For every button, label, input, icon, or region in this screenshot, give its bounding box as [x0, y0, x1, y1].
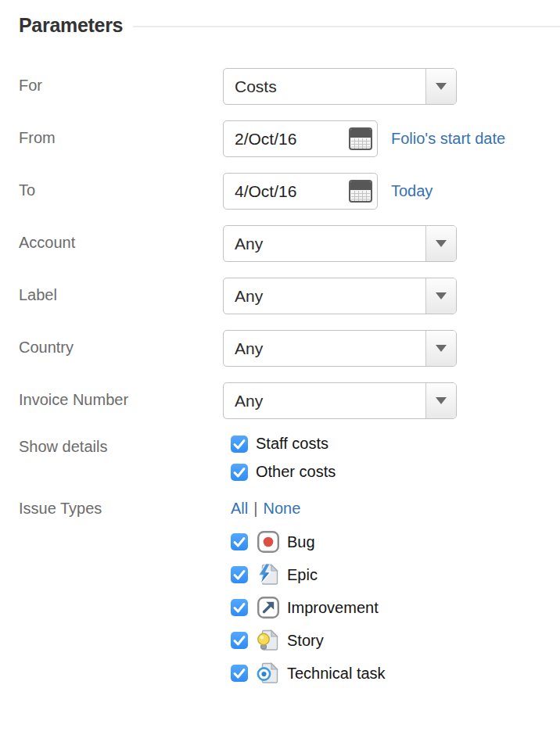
- issue-types-label: Issue Types: [19, 493, 223, 518]
- chevron-down-icon: [436, 292, 447, 299]
- other-costs-option: Other costs: [231, 463, 336, 481]
- staff-costs-label[interactable]: Staff costs: [256, 435, 328, 453]
- issue-type-technical-task: Technical task: [231, 662, 386, 685]
- to-date-field[interactable]: [223, 173, 378, 210]
- for-select[interactable]: Costs: [223, 68, 457, 105]
- checkmark-icon: [231, 436, 248, 453]
- from-date-field[interactable]: [223, 120, 378, 157]
- today-link[interactable]: Today: [391, 173, 433, 210]
- label-select-arrow-button[interactable]: [425, 278, 456, 314]
- calendar-icon[interactable]: [349, 127, 372, 150]
- issue-type-story: Story: [231, 629, 386, 652]
- epic-checkbox[interactable]: [231, 566, 248, 583]
- staff-costs-checkbox[interactable]: [231, 436, 248, 453]
- chevron-down-icon: [436, 397, 447, 404]
- label-select-value: Any: [224, 278, 425, 314]
- country-select[interactable]: Any: [223, 330, 457, 367]
- checkmark-icon: [231, 566, 248, 583]
- invoice-number-label: Invoice Number: [19, 382, 223, 409]
- technical-task-checkbox[interactable]: [231, 665, 248, 682]
- section-header: Parameters: [0, 14, 560, 37]
- story-label[interactable]: Story: [287, 632, 324, 650]
- for-select-value: Costs: [224, 69, 425, 104]
- other-costs-label[interactable]: Other costs: [256, 463, 336, 481]
- bug-label[interactable]: Bug: [287, 533, 315, 551]
- checkmark-icon: [231, 464, 248, 481]
- account-select-arrow-button[interactable]: [425, 226, 456, 261]
- link-separator: |: [253, 500, 257, 517]
- improvement-label[interactable]: Improvement: [287, 599, 379, 617]
- story-icon: [257, 629, 280, 652]
- row-country: Country Any: [0, 330, 560, 367]
- invoice-number-select-arrow-button[interactable]: [425, 383, 456, 418]
- technical-task-label[interactable]: Technical task: [287, 665, 386, 683]
- epic-icon: [257, 563, 280, 586]
- chevron-down-icon: [436, 83, 447, 90]
- country-label: Country: [19, 330, 223, 357]
- invoice-number-select-value: Any: [224, 383, 425, 418]
- folio-start-date-link[interactable]: Folio's start date: [391, 120, 505, 157]
- issue-type-improvement: Improvement: [231, 596, 386, 619]
- for-label: For: [19, 68, 223, 95]
- checkmark-icon: [231, 599, 248, 616]
- from-label: From: [19, 120, 223, 147]
- label-select[interactable]: Any: [223, 278, 457, 314]
- issue-type-epic: Epic: [231, 563, 386, 586]
- bug-checkbox[interactable]: [231, 533, 248, 550]
- select-none-link[interactable]: None: [263, 500, 300, 517]
- heading-divider: [133, 26, 560, 27]
- country-select-value: Any: [224, 331, 425, 366]
- calendar-icon[interactable]: [349, 180, 372, 203]
- technical-task-icon: [257, 662, 280, 685]
- account-select-value: Any: [224, 226, 425, 261]
- show-details-label: Show details: [19, 435, 223, 456]
- to-label: To: [19, 173, 223, 199]
- row-for: For Costs: [0, 68, 560, 105]
- story-checkbox[interactable]: [231, 632, 248, 649]
- chevron-down-icon: [436, 345, 447, 352]
- parameters-panel: Parameters For Costs From Folio's start …: [0, 0, 560, 685]
- issue-type-bug: Bug: [231, 530, 386, 554]
- row-account: Account Any: [0, 225, 560, 262]
- bug-icon: [257, 530, 280, 554]
- chevron-down-icon: [436, 240, 447, 247]
- row-show-details: Show details Staff costs Other costs: [0, 435, 560, 481]
- row-label: Label Any: [0, 278, 560, 314]
- checkmark-icon: [231, 665, 248, 682]
- account-select[interactable]: Any: [223, 225, 457, 262]
- page-title: Parameters: [19, 14, 123, 37]
- to-date-input[interactable]: [224, 182, 341, 201]
- for-select-arrow-button[interactable]: [425, 69, 456, 104]
- row-to: To Today: [0, 173, 560, 210]
- label-label: Label: [19, 278, 223, 304]
- row-issue-types: Issue Types All|None Bug: [0, 493, 560, 685]
- staff-costs-option: Staff costs: [231, 435, 336, 453]
- improvement-checkbox[interactable]: [231, 599, 248, 616]
- checkmark-icon: [231, 632, 248, 649]
- from-date-input[interactable]: [224, 130, 341, 149]
- row-invoice-number: Invoice Number Any: [0, 382, 560, 419]
- improvement-icon: [257, 596, 280, 619]
- country-select-arrow-button[interactable]: [425, 331, 456, 366]
- select-all-link[interactable]: All: [231, 500, 248, 517]
- other-costs-checkbox[interactable]: [231, 464, 248, 481]
- checkmark-icon: [231, 533, 248, 550]
- row-from: From Folio's start date: [0, 120, 560, 157]
- account-label: Account: [19, 225, 223, 252]
- invoice-number-select[interactable]: Any: [223, 382, 457, 419]
- issue-types-bulk-links: All|None: [231, 493, 386, 518]
- epic-label[interactable]: Epic: [287, 566, 318, 584]
